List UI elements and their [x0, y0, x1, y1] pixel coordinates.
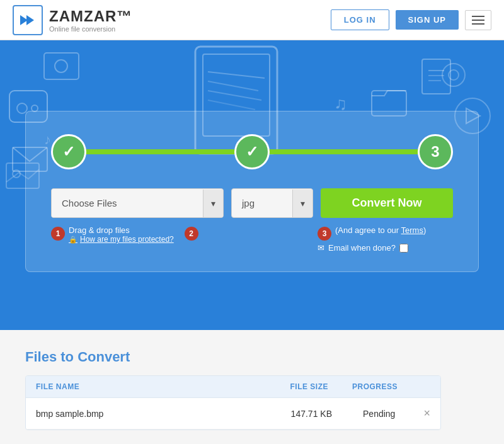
svg-point-19	[13, 170, 20, 178]
agree-text: (And agree to our Terms)	[335, 225, 426, 235]
email-checkbox[interactable]	[399, 244, 408, 253]
site-tagline: Online file conversion	[49, 25, 132, 33]
col-filename-header: FILE NAME	[36, 382, 255, 391]
svg-line-4	[208, 72, 265, 78]
lock-icon: 🔒	[69, 236, 77, 244]
col-filesize-header: FILE SIZE	[255, 382, 328, 391]
hint-col-1: 1 Drag & drop files 🔒 How are my files p…	[51, 225, 177, 244]
menu-line	[472, 23, 484, 25]
col-progress-header: PROGRESS	[328, 382, 411, 391]
form-row: Choose Files ▾ jpg ▾ Convert Now	[51, 188, 453, 218]
cell-progress: Pending	[332, 409, 416, 419]
steps-progress: ✓ ✓ 3	[51, 134, 453, 169]
files-title-static: Files to	[25, 349, 77, 365]
signup-button[interactable]: SIGN UP	[396, 10, 459, 30]
svg-point-25	[442, 64, 465, 86]
choose-files-label: Choose Files	[52, 189, 203, 217]
svg-line-5	[208, 81, 258, 91]
hint-1-content: Drag & drop files 🔒 How are my files pro…	[69, 225, 174, 244]
svg-line-6	[208, 91, 261, 100]
menu-line	[472, 20, 484, 21]
step-1-circle: ✓	[51, 134, 86, 169]
choose-files-dropdown-icon[interactable]: ▾	[203, 190, 223, 217]
agree-suffix: )	[423, 225, 426, 235]
format-select[interactable]: jpg ▾	[231, 188, 313, 218]
svg-point-26	[449, 70, 459, 80]
hint-col-3: 3 (And agree to our Terms) ✉ Email when …	[318, 225, 453, 253]
email-label: Email when done?	[328, 243, 396, 253]
hints-row: 1 Drag & drop files 🔒 How are my files p…	[51, 225, 453, 253]
step-2-symbol: ✓	[246, 143, 258, 161]
step-badge-3: 3	[318, 227, 331, 241]
step-2-circle: ✓	[234, 134, 270, 169]
svg-marker-1	[26, 15, 34, 25]
files-title-accent: Convert	[77, 349, 130, 365]
email-icon: ✉	[318, 243, 324, 253]
file-protection-link[interactable]: 🔒 How are my files protected?	[69, 235, 174, 244]
site-name: ZAMZAR™	[49, 8, 132, 25]
format-dropdown-icon[interactable]: ▾	[292, 190, 312, 217]
logo-area: ZAMZAR™ Online file conversion	[13, 5, 132, 35]
format-value: jpg	[232, 189, 292, 217]
svg-rect-13	[44, 53, 79, 79]
files-section: Files to Convert FILE NAME FILE SIZE PRO…	[0, 330, 504, 444]
converter-card: ✓ ✓ 3 Choose Files ▾ jpg ▾ Convert Now	[25, 111, 479, 272]
logo-icon	[13, 5, 43, 35]
step-3-circle: 3	[418, 134, 453, 169]
remove-file-button[interactable]: ×	[416, 407, 430, 420]
terms-link[interactable]: Terms	[401, 225, 423, 235]
header-actions: LOG IN SIGN UP	[331, 9, 491, 30]
agree-prefix: (And agree to our	[335, 225, 401, 235]
step-3-symbol: 3	[431, 143, 439, 161]
step-line-2	[268, 149, 419, 154]
drag-drop-label: Drag & drop files	[69, 225, 174, 235]
hero-section: ♫ ♪ ✓ ✓	[0, 40, 504, 330]
logo-text: ZAMZAR™ Online file conversion	[49, 8, 132, 33]
svg-point-9	[17, 103, 27, 113]
step-line-1	[85, 149, 236, 154]
step-badge-1: 1	[51, 227, 65, 241]
svg-rect-20	[422, 59, 450, 94]
cell-filename: bmp sample.bmp	[36, 409, 258, 419]
step-1-symbol: ✓	[62, 143, 75, 161]
menu-line	[472, 16, 484, 17]
file-protection-label: How are my files protected?	[80, 235, 174, 244]
choose-files-button[interactable]: Choose Files ▾	[51, 188, 224, 218]
svg-point-14	[55, 60, 67, 72]
files-table: FILE NAME FILE SIZE PROGRESS bmp sample.…	[25, 375, 441, 430]
files-title: Files to Convert	[25, 349, 479, 365]
login-button[interactable]: LOG IN	[331, 9, 389, 30]
convert-now-button[interactable]: Convert Now	[321, 188, 453, 218]
svg-line-7	[208, 100, 255, 110]
menu-button[interactable]	[465, 10, 491, 30]
table-header: FILE NAME FILE SIZE PROGRESS	[26, 376, 440, 398]
email-row: ✉ Email when done?	[318, 243, 453, 253]
hint-col-2: 2	[185, 225, 311, 241]
cell-filesize: 147.71 KB	[258, 409, 332, 419]
table-row: bmp sample.bmp 147.71 KB Pending ×	[26, 398, 440, 430]
step-badge-2: 2	[185, 227, 198, 241]
site-header: ZAMZAR™ Online file conversion LOG IN SI…	[0, 0, 504, 40]
